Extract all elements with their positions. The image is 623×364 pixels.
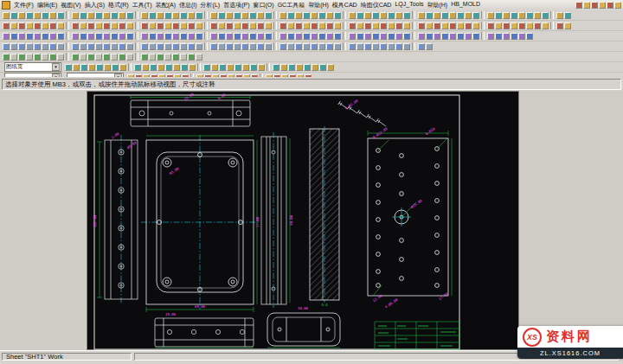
- menu-item[interactable]: 信息(I): [177, 1, 199, 10]
- toolbar-icon[interactable]: [614, 2, 621, 9]
- toolbar-icon[interactable]: [196, 43, 202, 50]
- toolbar-icon[interactable]: [172, 22, 179, 29]
- toolbar-icon[interactable]: [303, 33, 310, 40]
- toolbar-icon[interactable]: [164, 33, 171, 40]
- toolbar-icon[interactable]: [311, 22, 318, 29]
- toolbar-icon[interactable]: [303, 22, 310, 29]
- toolbar-icon[interactable]: [227, 64, 234, 71]
- toolbar-icon[interactable]: [311, 43, 318, 50]
- toolbar-icon[interactable]: [426, 43, 433, 50]
- toolbar-icon[interactable]: [141, 33, 148, 40]
- toolbar-icon[interactable]: [449, 22, 456, 29]
- toolbar-icon[interactable]: [327, 64, 334, 71]
- toolbar-icon[interactable]: [418, 22, 425, 29]
- toolbar-icon[interactable]: [142, 64, 149, 71]
- toolbar-icon[interactable]: [3, 54, 10, 61]
- toolbar-icon[interactable]: [57, 43, 64, 50]
- toolbar-icon[interactable]: [518, 12, 525, 19]
- toolbar-icon[interactable]: [449, 12, 456, 19]
- toolbar-icon[interactable]: [157, 54, 164, 61]
- toolbar-icon[interactable]: [126, 43, 133, 50]
- toolbar-icon[interactable]: [258, 64, 265, 71]
- drawing-svg[interactable]: 25.008.006-Ø3.002-M8Ø8.00105.00R5.0017.0…: [87, 92, 520, 351]
- toolbar-icon[interactable]: [472, 22, 479, 29]
- toolbar-icon[interactable]: [95, 33, 102, 40]
- toolbar-icon[interactable]: [426, 12, 433, 19]
- menu-item[interactable]: 分析(L): [199, 1, 222, 10]
- toolbar-icon[interactable]: [334, 12, 341, 19]
- toolbar-icon[interactable]: [141, 43, 148, 50]
- toolbar-icon[interactable]: [164, 12, 171, 19]
- toolbar-icon[interactable]: [172, 33, 179, 40]
- toolbar-icon[interactable]: [364, 43, 371, 50]
- toolbar-icon[interactable]: [312, 64, 318, 71]
- toolbar-icon[interactable]: [234, 43, 241, 50]
- toolbar-icon[interactable]: [318, 43, 325, 50]
- toolbar-icon[interactable]: [234, 64, 241, 71]
- toolbar-icon[interactable]: [111, 43, 118, 50]
- toolbar-icon[interactable]: [112, 64, 119, 71]
- toolbar-icon[interactable]: [418, 33, 425, 40]
- toolbar-icon[interactable]: [26, 43, 33, 50]
- toolbar-icon[interactable]: [426, 33, 433, 40]
- toolbar-icon[interactable]: [49, 22, 56, 29]
- toolbar-icon[interactable]: [318, 22, 325, 29]
- toolbar-icon[interactable]: [49, 54, 56, 61]
- toolbar-icon[interactable]: [180, 22, 187, 29]
- toolbar-icon[interactable]: [241, 33, 248, 40]
- toolbar-icon[interactable]: [457, 22, 464, 29]
- chevron-down-icon[interactable]: ▾: [52, 63, 60, 71]
- toolbar-icon[interactable]: [96, 64, 103, 71]
- toolbar-icon[interactable]: [372, 22, 379, 29]
- toolbar-icon[interactable]: [210, 33, 217, 40]
- toolbar-icon[interactable]: [218, 22, 225, 29]
- toolbar-icon[interactable]: [249, 22, 256, 29]
- menu-item[interactable]: 首选项(P): [222, 1, 251, 10]
- toolbar-icon[interactable]: [279, 43, 286, 50]
- toolbar-icon[interactable]: [42, 22, 48, 29]
- toolbar-icon[interactable]: [80, 22, 87, 29]
- toolbar-icon[interactable]: [95, 54, 102, 61]
- toolbar-icon[interactable]: [188, 54, 195, 61]
- toolbar-icon[interactable]: [180, 54, 187, 61]
- toolbar-icon[interactable]: [26, 12, 33, 19]
- toolbar-icon[interactable]: [95, 22, 102, 29]
- toolbar-icon[interactable]: [434, 12, 440, 19]
- toolbar-icon[interactable]: [472, 12, 479, 19]
- toolbar-icon[interactable]: [104, 64, 111, 71]
- toolbar-icon[interactable]: [326, 33, 333, 40]
- toolbar-icon[interactable]: [511, 12, 517, 19]
- toolbar-icon[interactable]: [356, 22, 363, 29]
- toolbar-icon[interactable]: [87, 12, 94, 19]
- toolbar-icon[interactable]: [318, 12, 325, 19]
- toolbar-icon[interactable]: [126, 33, 133, 40]
- toolbar-icon[interactable]: [157, 22, 164, 29]
- toolbar-icon[interactable]: [111, 33, 118, 40]
- toolbar-icon[interactable]: [164, 22, 171, 29]
- toolbar-icon[interactable]: [49, 33, 56, 40]
- menu-item[interactable]: 文件(F): [12, 1, 35, 10]
- toolbar-icon[interactable]: [457, 12, 464, 19]
- toolbar-icon[interactable]: [495, 33, 502, 40]
- toolbar-icon[interactable]: [3, 12, 10, 19]
- toolbar-icon[interactable]: [326, 22, 333, 29]
- toolbar-icon[interactable]: [426, 22, 433, 29]
- toolbar-icon[interactable]: [395, 22, 402, 29]
- toolbar-icon[interactable]: [380, 22, 387, 29]
- toolbar-icon[interactable]: [380, 33, 387, 40]
- toolbar-icon[interactable]: [211, 64, 218, 71]
- toolbar-icon[interactable]: [287, 43, 294, 50]
- menu-item[interactable]: 格式(R): [106, 1, 131, 10]
- toolbar-icon[interactable]: [241, 43, 248, 50]
- toolbar-icon[interactable]: [111, 22, 118, 29]
- toolbar-icon[interactable]: [157, 64, 164, 71]
- toolbar-icon[interactable]: [188, 12, 195, 19]
- toolbar-icon[interactable]: [188, 43, 195, 50]
- toolbar-icon[interactable]: [72, 43, 79, 50]
- toolbar-icon[interactable]: [403, 22, 410, 29]
- toolbar-icon[interactable]: [87, 54, 94, 61]
- toolbar-icon[interactable]: [556, 22, 563, 29]
- toolbar-icon[interactable]: [295, 33, 302, 40]
- toolbar-icon[interactable]: [157, 12, 164, 19]
- toolbar-icon[interactable]: [511, 22, 517, 29]
